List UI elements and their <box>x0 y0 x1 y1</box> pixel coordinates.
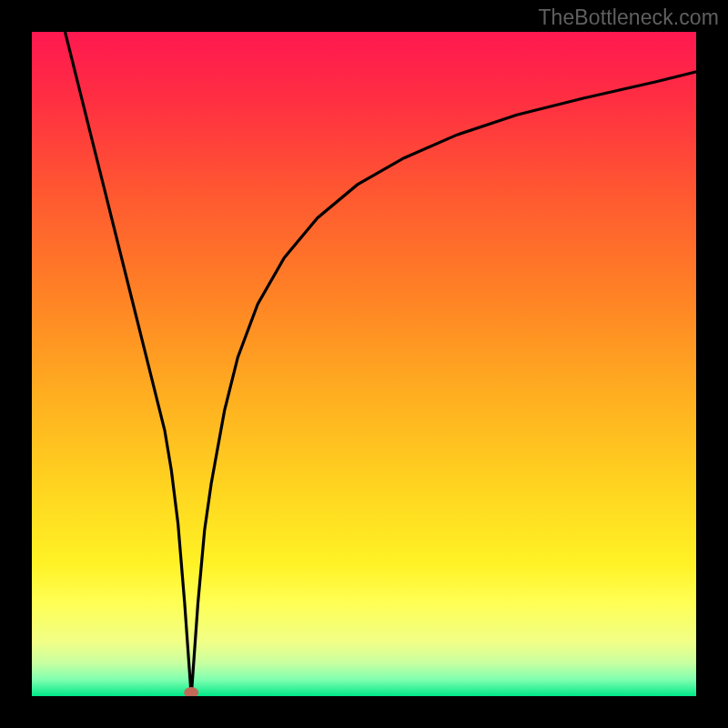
plot-area <box>32 32 696 696</box>
curve-layer <box>32 32 696 696</box>
attribution-text: TheBottleneck.com <box>538 5 719 30</box>
marker-dot <box>184 687 198 696</box>
bottleneck-curve <box>66 32 697 696</box>
chart-container: TheBottleneck.com <box>0 0 728 728</box>
